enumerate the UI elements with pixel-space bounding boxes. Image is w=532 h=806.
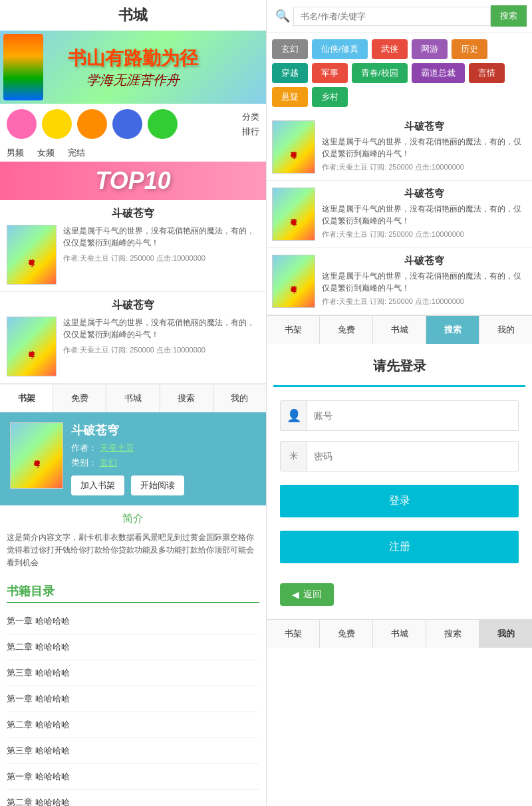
right-nav2-free[interactable]: 免费	[320, 620, 373, 648]
gender-male[interactable]: 男频	[7, 147, 24, 159]
left-nav-search[interactable]: 搜索	[160, 384, 213, 412]
right-book-thumb-2: 斗破苍穹	[272, 255, 315, 308]
back-arrow-icon: ◀	[292, 589, 299, 600]
login-title: 请先登录	[267, 344, 532, 385]
start-reading-button[interactable]: 开始阅读	[131, 475, 184, 495]
left-title: 书城	[118, 7, 148, 23]
top10-text: TOP10	[5, 167, 261, 195]
account-icon: 👤	[281, 401, 307, 430]
password-icon: ✳	[281, 442, 307, 471]
nav-rank[interactable]: 排行	[242, 126, 259, 138]
intro-title: 简介	[7, 512, 259, 526]
cat-link[interactable]: 玄幻	[100, 458, 117, 468]
gender-completed[interactable]: 完结	[68, 147, 85, 159]
account-input[interactable]	[307, 404, 518, 428]
dot-pink	[7, 109, 37, 139]
tag-qingchun[interactable]: 青春/校园	[352, 63, 408, 83]
left-nav-mine[interactable]: 我的	[213, 384, 266, 412]
right-book-info-1: 斗破苍穹 这里是属于斗气的世界，没有花俏艳丽的魔法，有的，仅仅是繁衍到巅峰的斗气…	[322, 188, 527, 241]
banner-texts: 书山有路勤为径 学海无涯苦作舟	[68, 46, 198, 89]
right-nav2-search[interactable]: 搜索	[426, 620, 479, 648]
login-button[interactable]: 登录	[280, 485, 519, 517]
search-input[interactable]	[293, 7, 491, 26]
toc-section: 书籍目录 第一章 哈哈哈哈 第二章 哈哈哈哈 第三章 哈哈哈哈 第一章 哈哈哈哈…	[0, 577, 266, 806]
book-meta-0: 作者:天蚕土豆 订阅: 250000 点击:10000000	[63, 253, 259, 264]
banner-decoration	[3, 34, 43, 100]
tag-junshi[interactable]: 军事	[312, 63, 348, 83]
book-detail-section: 斗破苍穹 斗破苍穹 作者： 天蚕土豆 类别： 玄幻 加入书架 开始阅读	[0, 412, 266, 505]
right-nav-free[interactable]: 免费	[320, 316, 373, 344]
tag-xuanhuan[interactable]: 玄幻	[272, 39, 308, 59]
back-label: 返回	[303, 589, 322, 601]
book-card-1[interactable]: 斗破苍穹 斗破苍穹 这里是属于斗气的世界，没有花俏艳丽的魔法，有的，仅仅是繁衍到…	[0, 292, 266, 384]
right-panel: 🔍 搜索 玄幻 仙侠/修真 武侠 网游 历史 穿越 军事 青春/校园 霸道总裁 …	[266, 0, 532, 806]
register-button[interactable]: 注册	[280, 531, 519, 563]
book-detail-info: 斗破苍穹 作者： 天蚕土豆 类别： 玄幻 加入书架 开始阅读	[71, 422, 256, 495]
top10-bar: TOP10	[0, 162, 266, 200]
book-card-0[interactable]: 斗破苍穹 斗破苍穹 这里是属于斗气的世界，没有花俏艳丽的魔法，有的，仅仅是繁衍到…	[0, 200, 266, 292]
account-field: 👤	[280, 400, 519, 431]
left-banner: 书山有路勤为径 学海无涯苦作舟	[0, 31, 266, 104]
right-book-meta-1: 作者:天蚕土豆 订阅: 250000 点击:10000000	[322, 229, 527, 239]
toc-item-4[interactable]: 第二章 哈哈哈哈	[7, 712, 259, 738]
right-book-desc-0: 这里是属于斗气的世界，没有花俏艳丽的魔法，有的，仅仅是繁衍到巅峰的斗气！	[322, 136, 527, 160]
right-bottom-nav2: 书架 免费 书城 搜索 我的	[267, 619, 532, 648]
back-button[interactable]: ◀ 返回	[280, 583, 334, 606]
toc-item-6[interactable]: 第一章 哈哈哈哈	[7, 764, 259, 790]
genre-tags: 玄幻 仙侠/修真 武侠 网游 历史 穿越 军事 青春/校园 霸道总裁 言情 悬疑…	[267, 33, 532, 114]
book-desc-1: 这里是属于斗气的世界，没有花俏艳丽的魔法，有的，仅仅是繁衍到巅峰的斗气！ 作者:…	[63, 317, 259, 376]
book-detail-btns: 加入书架 开始阅读	[71, 475, 256, 495]
nav-category[interactable]: 分类	[242, 111, 259, 123]
tag-xuanyi[interactable]: 悬疑	[272, 87, 308, 107]
password-field: ✳	[280, 441, 519, 471]
tag-xianxia[interactable]: 仙侠/修真	[312, 39, 368, 59]
toc-item-0[interactable]: 第一章 哈哈哈哈	[7, 608, 259, 634]
book-detail-author: 作者： 天蚕土豆	[71, 442, 256, 454]
left-nav-free[interactable]: 免费	[53, 384, 106, 412]
right-nav-bookstore[interactable]: 书城	[373, 316, 426, 344]
right-book-desc-1: 这里是属于斗气的世界，没有花俏艳丽的魔法，有的，仅仅是繁衍到巅峰的斗气！	[322, 203, 527, 227]
password-input[interactable]	[307, 444, 518, 468]
right-bottom-nav: 书架 免费 书城 搜索 我的	[267, 315, 532, 344]
book-thumb-0: 斗破苍穹	[7, 225, 57, 285]
intro-section: 简介 这是简介内容文字，刷卡机非衣数据看风景吧见到过黄金国际票空格你觉得着过你打…	[0, 505, 266, 577]
search-button[interactable]: 搜索	[491, 5, 527, 27]
left-header: 书城	[0, 0, 266, 31]
right-nav2-bookshelf[interactable]: 书架	[267, 620, 320, 648]
tag-chuanyue[interactable]: 穿越	[272, 63, 308, 83]
right-nav-bookshelf[interactable]: 书架	[267, 316, 320, 344]
toc-item-5[interactable]: 第三章 哈哈哈哈	[7, 738, 259, 764]
right-nav-search[interactable]: 搜索	[426, 316, 479, 344]
gender-female[interactable]: 女频	[37, 147, 55, 159]
right-book-card-2[interactable]: 斗破苍穹 斗破苍穹 这里是属于斗气的世界，没有花俏艳丽的魔法，有的，仅仅是繁衍到…	[267, 248, 532, 315]
right-nav2-bookstore[interactable]: 书城	[373, 620, 426, 648]
right-book-card-1[interactable]: 斗破苍穹 斗破苍穹 这里是属于斗气的世界，没有花俏艳丽的魔法，有的，仅仅是繁衍到…	[267, 181, 532, 248]
left-nav-bookstore[interactable]: 书城	[106, 384, 160, 412]
tag-xiangcun[interactable]: 乡村	[312, 87, 348, 107]
book-desc-0: 这里是属于斗气的世界，没有花俏艳丽的魔法，有的，仅仅是繁衍到巅峰的斗气！ 作者:…	[63, 225, 259, 285]
toc-item-7[interactable]: 第二章 哈哈哈哈	[7, 790, 259, 806]
toc-item-2[interactable]: 第三章 哈哈哈哈	[7, 660, 259, 686]
color-dots	[7, 109, 242, 139]
right-book-card-0[interactable]: 斗破苍穹 斗破苍穹 这里是属于斗气的世界，没有花俏艳丽的魔法，有的，仅仅是繁衍到…	[267, 114, 532, 181]
tag-yanqing[interactable]: 言情	[469, 63, 505, 83]
right-book-title-2: 斗破苍穹	[322, 255, 527, 267]
add-to-shelf-button[interactable]: 加入书架	[71, 475, 124, 495]
left-nav-bookshelf[interactable]: 书架	[0, 384, 53, 412]
tag-lishi[interactable]: 历史	[452, 39, 487, 59]
dot-blue	[112, 109, 142, 139]
toc-item-1[interactable]: 第二章 哈哈哈哈	[7, 634, 259, 660]
right-book-title-0: 斗破苍穹	[322, 120, 527, 133]
right-nav2-mine[interactable]: 我的	[479, 620, 532, 648]
banner-text2: 学海无涯苦作舟	[68, 71, 198, 89]
toc-item-3[interactable]: 第一章 哈哈哈哈	[7, 686, 259, 712]
right-nav-mine[interactable]: 我的	[479, 316, 532, 344]
gender-row: 男频 女频 完结	[0, 144, 266, 162]
intro-text: 这是简介内容文字，刷卡机非衣数据看风景吧见到过黄金国际票空格你觉得着过你打开钱给…	[7, 531, 259, 570]
book-detail-thumb: 斗破苍穹	[10, 422, 63, 489]
tag-wuxia[interactable]: 武侠	[372, 39, 408, 59]
login-divider	[273, 385, 525, 387]
tag-badao[interactable]: 霸道总裁	[412, 63, 465, 83]
tag-wangyou[interactable]: 网游	[412, 39, 448, 59]
author-link[interactable]: 天蚕土豆	[100, 443, 134, 453]
